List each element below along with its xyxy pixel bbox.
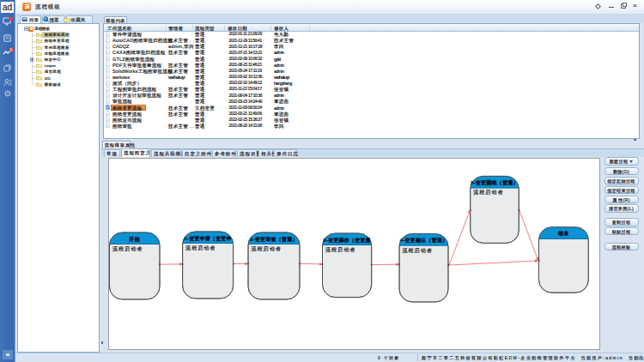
svg-text:流程启动者: 流程启动者: [473, 189, 503, 196]
svg-text:3-变更操作（变更量: 3-变更操作（变更量: [323, 237, 371, 244]
svg-text:4-变更确认（普通）: 4-变更确认（普通）: [400, 237, 448, 244]
svg-text:流程启动者: 流程启动者: [325, 246, 355, 253]
svg-text:5-变更图纸（普通）: 5-变更图纸（普通）: [471, 179, 519, 186]
svg-text:流程启动者: 流程启动者: [252, 245, 282, 252]
svg-text:1-变更申请（变更申: 1-变更申请（变更申: [184, 235, 232, 242]
svg-text:结束: 结束: [557, 231, 568, 237]
svg-text:流程启动者: 流程启动者: [403, 247, 433, 254]
svg-text:开始: 开始: [129, 236, 141, 243]
svg-text:2-变更审查（普通）: 2-变更审查（普通）: [250, 236, 298, 243]
svg-text:流程启动者: 流程启动者: [185, 244, 216, 251]
svg-text:流程启动者: 流程启动者: [112, 245, 143, 252]
